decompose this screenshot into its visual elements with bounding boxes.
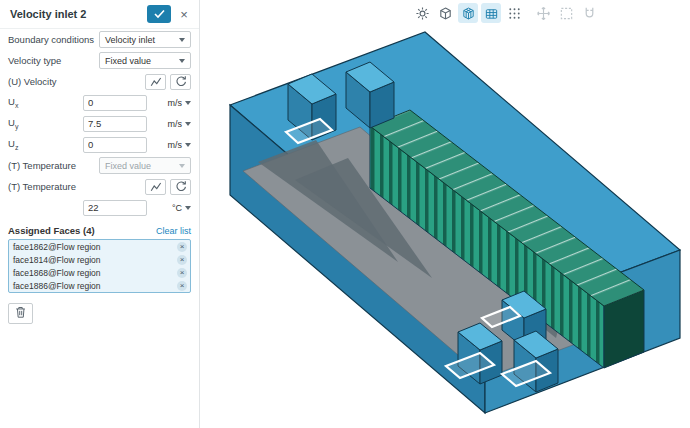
close-icon: × — [180, 8, 188, 21]
mesh-cube-icon — [461, 6, 476, 21]
close-icon: × — [180, 243, 185, 251]
delete-button[interactable] — [8, 303, 33, 324]
field-row-temperature-value: °C — [0, 197, 199, 218]
remove-face-button[interactable]: × — [177, 268, 187, 278]
boundary-conditions-select[interactable]: Velocity inlet — [99, 31, 191, 48]
viewport-3d[interactable] — [200, 0, 690, 428]
chevron-down-icon — [185, 122, 191, 126]
mesh-region-icon — [484, 6, 499, 21]
face-name: face1868@Flow region — [13, 268, 101, 278]
check-icon — [154, 7, 165, 22]
undo-icon — [174, 180, 187, 195]
marquee-icon — [559, 6, 574, 21]
magnet-icon — [582, 6, 597, 21]
uz-unit-select[interactable]: m/s — [153, 140, 191, 150]
velocity-table-input-button[interactable] — [145, 74, 166, 90]
field-row-boundary-conditions: Boundary conditions Velocity inlet — [0, 29, 199, 50]
uy-label: Uy — [8, 117, 83, 130]
assigned-faces-list: face1862@Flow region × face1814@Flow reg… — [8, 239, 191, 293]
velocity-reset-button[interactable] — [170, 74, 191, 90]
temperature-unit-value: °C — [172, 203, 182, 213]
ux-unit-select[interactable]: m/s — [153, 98, 191, 108]
remove-face-button[interactable]: × — [177, 281, 187, 291]
uz-label: Uz — [8, 138, 83, 151]
chevron-down-icon — [179, 38, 185, 42]
velocity-header-label: (U) Velocity — [8, 76, 145, 87]
face-name: face1886@Flow region — [13, 281, 101, 291]
transform-move-button[interactable] — [533, 3, 553, 23]
ux-label: Ux — [8, 96, 83, 109]
field-row-velocity-type: Velocity type Fixed value — [0, 50, 199, 71]
gear-icon — [415, 6, 430, 21]
model-scene — [200, 0, 690, 428]
chart-icon — [149, 180, 162, 195]
mesh-cube-button[interactable] — [458, 3, 478, 23]
uz-unit-value: m/s — [168, 140, 183, 150]
ux-input[interactable] — [83, 95, 147, 111]
uz-input[interactable] — [83, 137, 147, 153]
chevron-down-icon — [179, 164, 185, 168]
temperature-unit-select[interactable]: °C — [153, 203, 191, 213]
assigned-faces-header: Assigned Faces (4) Clear list — [0, 218, 199, 239]
temperature-input[interactable] — [83, 200, 147, 216]
temperature-table-input-button[interactable] — [145, 179, 166, 195]
face-name: face1862@Flow region — [13, 242, 101, 252]
close-icon: × — [180, 269, 185, 277]
boundary-conditions-value: Velocity inlet — [105, 35, 155, 45]
cube-icon — [438, 6, 453, 21]
field-row-uy: Uy m/s — [0, 113, 199, 134]
uy-unit-select[interactable]: m/s — [153, 119, 191, 129]
velocity-type-label: Velocity type — [8, 55, 99, 66]
uy-unit-value: m/s — [168, 119, 183, 129]
uy-input[interactable] — [83, 116, 147, 132]
viewport-toolbar — [412, 3, 599, 23]
scene-cube-button[interactable] — [435, 3, 455, 23]
panel-header: Velocity inlet 2 × — [0, 0, 199, 29]
velocity-type-value: Fixed value — [105, 56, 151, 66]
app: Velocity inlet 2 × Boundary conditions V… — [0, 0, 690, 428]
mesh-region-button[interactable] — [481, 3, 501, 23]
face-list-item[interactable]: face1868@Flow region × — [9, 266, 190, 279]
move-icon — [536, 6, 551, 21]
field-row-uz: Uz m/s — [0, 134, 199, 155]
temperature-header-label: (T) Temperature — [8, 181, 145, 192]
box-select-button[interactable] — [556, 3, 576, 23]
field-row-ux: Ux m/s — [0, 92, 199, 113]
field-row-temperature-type: (T) Temperature Fixed value — [0, 155, 199, 176]
field-row-velocity-header: (U) Velocity — [0, 71, 199, 92]
settings-gear-button[interactable] — [412, 3, 432, 23]
ux-unit-value: m/s — [168, 98, 183, 108]
close-icon: × — [180, 256, 185, 264]
clear-list-link[interactable]: Clear list — [156, 226, 191, 236]
close-button[interactable]: × — [175, 5, 193, 23]
field-row-temperature-header: (T) Temperature — [0, 176, 199, 197]
assigned-faces-label: Assigned Faces (4) — [8, 225, 95, 236]
temperature-type-label: (T) Temperature — [8, 160, 99, 171]
dots-grid-icon — [507, 6, 522, 21]
face-list-item[interactable]: face1814@Flow region × — [9, 253, 190, 266]
velocity-type-select[interactable]: Fixed value — [99, 52, 191, 69]
snap-magnet-button[interactable] — [579, 3, 599, 23]
apply-button[interactable] — [147, 5, 171, 23]
undo-icon — [174, 75, 187, 90]
chart-icon — [149, 75, 162, 90]
page-title: Velocity inlet 2 — [10, 8, 143, 20]
temperature-type-value: Fixed value — [105, 161, 151, 171]
chevron-down-icon — [185, 143, 191, 147]
temperature-type-select[interactable]: Fixed value — [99, 157, 191, 174]
remove-face-button[interactable]: × — [177, 255, 187, 265]
face-name: face1814@Flow region — [13, 255, 101, 265]
chevron-down-icon — [179, 59, 185, 63]
remove-face-button[interactable]: × — [177, 242, 187, 252]
chevron-down-icon — [185, 101, 191, 105]
face-list-item[interactable]: face1886@Flow region × — [9, 279, 190, 292]
dots-grid-button[interactable] — [504, 3, 524, 23]
face-list-item[interactable]: face1862@Flow region × — [9, 240, 190, 253]
chevron-down-icon — [185, 206, 191, 210]
boundary-condition-panel: Velocity inlet 2 × Boundary conditions V… — [0, 0, 200, 428]
boundary-conditions-label: Boundary conditions — [8, 34, 99, 45]
trash-icon — [14, 305, 27, 322]
temperature-reset-button[interactable] — [170, 179, 191, 195]
close-icon: × — [180, 282, 185, 290]
